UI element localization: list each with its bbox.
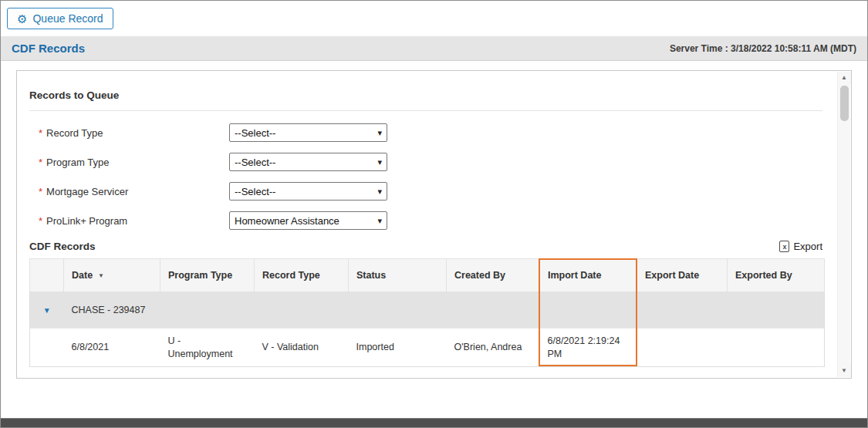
- required-asterisk: *: [39, 157, 42, 168]
- column-header-date[interactable]: Date▼: [64, 259, 160, 292]
- required-asterisk: *: [39, 186, 42, 197]
- form-row-program-type: *Program Type --Select-- ▾: [29, 153, 822, 171]
- dropdown-arrow-icon: ▾: [377, 217, 382, 225]
- column-header-status[interactable]: Status: [349, 259, 447, 292]
- cell-program-type: U - Unemployment: [160, 329, 255, 367]
- records-header: CDF Records x Export: [29, 241, 822, 252]
- group-label: CHASE - 239487: [64, 292, 825, 329]
- table-row: 6/8/2021 U - Unemployment V - Validation…: [30, 329, 825, 367]
- mortgage-servicer-select[interactable]: --Select-- ▾: [229, 182, 387, 201]
- records-table-wrap: Date▼ Program Type Record Type Status Cr…: [29, 258, 822, 367]
- dropdown-arrow-icon: ▾: [377, 129, 382, 137]
- app-window: ⚙ Queue Record CDF Records Server Time :…: [0, 0, 868, 428]
- mortgage-servicer-value: --Select--: [235, 186, 275, 197]
- server-time: Server Time : 3/18/2022 10:58:11 AM (MDT…: [670, 43, 856, 54]
- scrollbar-thumb[interactable]: [840, 86, 849, 121]
- vertical-scrollbar[interactable]: ▲ ▼: [837, 72, 850, 377]
- prolink-program-value: Homeowner Assistance: [235, 215, 339, 227]
- divider: [29, 110, 822, 111]
- dropdown-arrow-icon: ▾: [377, 158, 382, 167]
- queue-form: *Record Type --Select-- ▾ *Program Type …: [29, 123, 822, 230]
- dropdown-arrow-icon: ▾: [377, 187, 382, 196]
- content-area: Records to Queue *Record Type --Select--…: [1, 70, 867, 428]
- scroll-up-icon[interactable]: ▲: [838, 72, 851, 84]
- program-type-label: Program Type: [46, 157, 109, 168]
- page-header: CDF Records Server Time : 3/18/2022 10:5…: [1, 36, 867, 61]
- queue-record-button[interactable]: ⚙ Queue Record: [7, 8, 113, 29]
- expander-icon[interactable]: ▼: [43, 306, 51, 315]
- window-bottom-edge: [1, 418, 867, 427]
- sort-desc-icon: ▼: [98, 272, 104, 279]
- records-title: CDF Records: [29, 241, 96, 252]
- page-title: CDF Records: [12, 42, 85, 55]
- records-table: Date▼ Program Type Record Type Status Cr…: [29, 258, 825, 367]
- record-type-select[interactable]: --Select-- ▾: [229, 123, 387, 142]
- cell-status: Imported: [349, 329, 447, 367]
- required-asterisk: *: [39, 127, 42, 139]
- mortgage-servicer-label: Mortgage Servicer: [46, 186, 128, 197]
- column-header-exported-by[interactable]: Exported By: [728, 259, 825, 292]
- program-type-value: --Select--: [235, 157, 275, 168]
- form-row-mortgage-servicer: *Mortgage Servicer --Select-- ▾: [29, 182, 822, 201]
- section-title: Records to Queue: [29, 89, 822, 101]
- column-header-created-by[interactable]: Created By: [447, 259, 540, 292]
- column-header-export-date[interactable]: Export Date: [637, 259, 728, 292]
- prolink-program-select[interactable]: Homeowner Assistance ▾: [229, 211, 387, 230]
- column-header-import-date[interactable]: Import Date: [540, 259, 637, 292]
- column-header-program-type[interactable]: Program Type: [160, 259, 255, 292]
- queue-record-label: Queue Record: [32, 12, 103, 25]
- cell-date: 6/8/2021: [64, 329, 160, 367]
- form-row-prolink-program: *ProLink+ Program Homeowner Assistance ▾: [29, 211, 822, 230]
- prolink-program-label: ProLink+ Program: [46, 215, 127, 227]
- required-asterisk: *: [39, 215, 42, 227]
- program-type-select[interactable]: --Select-- ▾: [229, 153, 387, 171]
- cell-exported-by: [728, 329, 825, 367]
- cell-import-date: 6/8/2021 2:19:24 PM: [540, 329, 637, 367]
- scroll-down-icon[interactable]: ▼: [838, 365, 851, 377]
- column-header-record-type[interactable]: Record Type: [255, 259, 349, 292]
- column-header-expander: [30, 259, 64, 292]
- toolbar: ⚙ Queue Record: [1, 1, 867, 36]
- export-button[interactable]: x Export: [779, 241, 822, 252]
- gear-icon: ⚙: [17, 13, 27, 25]
- record-type-label: Record Type: [46, 127, 103, 139]
- cell-created-by: O'Brien, Andrea: [447, 329, 540, 367]
- excel-icon: x: [779, 241, 789, 252]
- export-label: Export: [793, 241, 822, 252]
- form-row-record-type: *Record Type --Select-- ▾: [29, 123, 822, 142]
- records-panel: Records to Queue *Record Type --Select--…: [16, 70, 852, 379]
- cell-record-type: V - Validation: [255, 329, 349, 367]
- cell-export-date: [637, 329, 728, 367]
- group-row: ▼ CHASE - 239487: [30, 292, 825, 329]
- record-type-value: --Select--: [235, 127, 275, 139]
- header-row: Date▼ Program Type Record Type Status Cr…: [30, 259, 825, 292]
